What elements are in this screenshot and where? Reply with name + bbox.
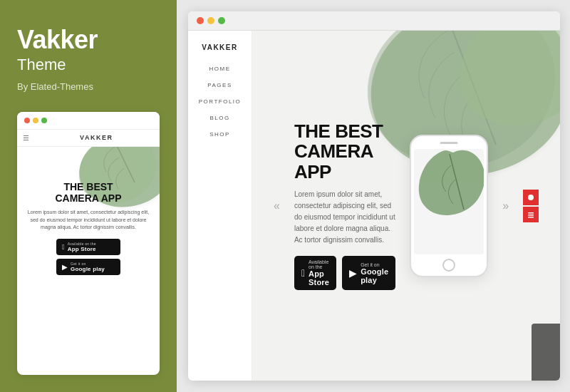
browser-nav-logo: VAKKER xyxy=(202,43,237,51)
nav-item-blog[interactable]: BLOG xyxy=(209,115,229,121)
browser-window: VAKKER HOME PAGES PORTFOLIO BLOG SHOP xyxy=(188,11,560,381)
lines-icon xyxy=(527,210,535,219)
googleplay-badge-avail: Get it on xyxy=(361,262,388,267)
card-appstore-button[interactable]:  Available on the App Store xyxy=(56,239,120,255)
left-panel: Vakker Theme By Elated-Themes ☰ VAKKER xyxy=(0,0,177,392)
appstore-badge-avail: Available on the xyxy=(309,259,329,269)
content-text-section: THE BEST CAMERA APP Lorem ipsum dolor si… xyxy=(294,121,395,291)
right-icon-btn-1[interactable] xyxy=(523,190,539,205)
phone-plant xyxy=(418,149,484,241)
dot-green xyxy=(41,118,47,123)
browser-dot-red xyxy=(197,17,204,24)
browser-sidenav: VAKKER HOME PAGES PORTFOLIO BLOG SHOP xyxy=(188,31,252,381)
dot-yellow xyxy=(33,118,38,123)
svg-point-0 xyxy=(528,195,534,200)
right-edge-icons xyxy=(523,190,539,222)
svg-rect-1 xyxy=(528,212,534,214)
card-topbar xyxy=(17,112,160,130)
dot-red xyxy=(24,118,30,123)
nav-item-home[interactable]: HOME xyxy=(209,66,231,72)
googleplay-name-label: Google play xyxy=(71,266,105,272)
phone-mockup xyxy=(410,135,488,277)
phone-screen xyxy=(414,149,484,254)
browser-topbar xyxy=(188,11,560,31)
prev-arrow[interactable]: « xyxy=(274,200,280,212)
googleplay-badge-name: Google play xyxy=(361,267,388,284)
browser-store-buttons:  Available on the App Store ▶ Get xyxy=(294,256,395,290)
phone-speaker xyxy=(440,142,458,144)
nav-item-pages[interactable]: PAGES xyxy=(207,82,232,88)
browser-body: VAKKER HOME PAGES PORTFOLIO BLOG SHOP xyxy=(188,31,560,381)
right-panel: VAKKER HOME PAGES PORTFOLIO BLOG SHOP xyxy=(177,0,570,392)
browser-dot-yellow xyxy=(207,17,214,24)
browser-app-title: THE BEST CAMERA APP xyxy=(294,121,395,182)
card-app-title: THE BEST CAMERA APP xyxy=(27,181,150,205)
appstore-badge-name: App Store xyxy=(309,269,329,287)
card-buttons:  Available on the App Store ▶ Get it on… xyxy=(27,239,150,275)
google-play-icon: ▶ xyxy=(62,263,68,271)
apple-icon-browser:  xyxy=(301,267,305,279)
apple-icon:  xyxy=(62,243,65,251)
theme-subtitle: Theme xyxy=(17,56,160,74)
theme-title: Vakker xyxy=(17,26,160,54)
theme-author: By Elated-Themes xyxy=(17,81,160,92)
appstore-name-label: App Store xyxy=(68,246,96,252)
mobile-preview-card: ☰ VAKKER THE BEST CAMERA APP xyxy=(17,112,160,375)
nav-item-shop[interactable]: SHOP xyxy=(209,131,230,138)
browser-main: « THE BEST CAMERA APP Lorem ipsum dolor … xyxy=(252,31,560,381)
appstore-badge[interactable]:  Available on the App Store xyxy=(294,256,336,290)
svg-rect-3 xyxy=(528,217,534,218)
browser-content-area: « THE BEST CAMERA APP Lorem ipsum dolor … xyxy=(252,31,560,381)
svg-rect-2 xyxy=(528,215,534,216)
googleplay-badge[interactable]: ▶ Get it on Google play xyxy=(342,256,395,290)
nav-item-portfolio[interactable]: PORTFOLIO xyxy=(199,98,242,105)
browser-dot-green xyxy=(218,17,225,24)
browser-app-desc: Lorem ipsum dolor sit amet, consectetur … xyxy=(294,189,395,246)
card-logo: VAKKER xyxy=(80,134,128,141)
right-icon-btn-2[interactable] xyxy=(523,207,539,222)
phone-home-button xyxy=(442,259,455,272)
card-googleplay-button[interactable]: ▶ Get it on Google play xyxy=(56,259,120,275)
card-app-desc: Lorem ipsum dolor sit amet, consectetur … xyxy=(27,209,150,232)
circle-icon xyxy=(527,193,535,202)
googleplay-icon-browser: ▶ xyxy=(349,267,357,279)
next-arrow[interactable]: » xyxy=(502,200,509,212)
